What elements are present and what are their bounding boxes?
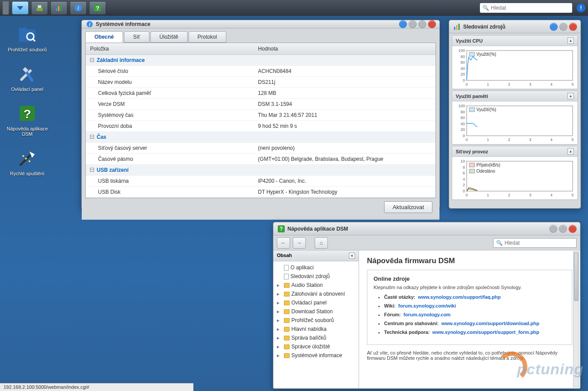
resource-monitor-button[interactable]	[51, 1, 67, 14]
collapse-icon[interactable]: «	[349, 253, 355, 259]
collapse-icon[interactable]: ▲	[567, 148, 574, 155]
help-link[interactable]: www.synology.com/support/download.php	[441, 321, 539, 326]
svg-rect-5	[60, 5, 62, 11]
group-row[interactable]: Čas	[86, 132, 436, 143]
help-link[interactable]: forum.synology.com	[403, 312, 450, 317]
window-system-info: i Systémové informace Obecné Síť Úložišt…	[81, 20, 440, 209]
toc-label: Zálohování a obnovení	[291, 291, 345, 297]
window-maximize-button[interactable]	[559, 225, 567, 233]
folder-icon	[284, 283, 290, 288]
nav-back-button[interactable]: ←	[277, 237, 290, 249]
svg-text:5: 5	[571, 193, 573, 197]
help-toolbar: ← → ⌂ 🔍	[273, 235, 580, 250]
svg-text:40: 40	[461, 66, 465, 71]
toc-item[interactable]: Download Station	[275, 307, 357, 316]
toc-item[interactable]: Správa balíčků	[275, 333, 357, 342]
svg-text:2: 2	[508, 82, 510, 87]
global-search[interactable]: 🔍	[480, 3, 572, 13]
svg-point-23	[29, 160, 30, 162]
svg-text:4: 4	[550, 82, 552, 87]
window-help-button[interactable]	[550, 23, 558, 31]
window-title: Systémové informace	[96, 21, 150, 27]
nav-home-button[interactable]: ⌂	[315, 237, 328, 249]
group-row[interactable]: Základní informace	[86, 55, 436, 66]
help-link[interactable]: forum.synology.com/wiki	[398, 303, 456, 308]
table-row: Systémový časThu Mar 3 21:46:57 2011	[86, 110, 436, 121]
scrollbar[interactable]	[573, 251, 579, 387]
window-dsm-help: ? Nápověda aplikace DSM ← → ⌂ 🔍 Obsah« O…	[273, 222, 581, 389]
svg-text:20: 20	[461, 72, 465, 76]
help-search-input[interactable]	[505, 240, 573, 246]
titlebar[interactable]: ? Nápověda aplikace DSM	[273, 222, 580, 235]
toc-item[interactable]: Ovládací panel	[275, 298, 357, 307]
table-row: Verze DSMDSM 3.1-1594	[86, 99, 436, 110]
group-row[interactable]: USB zařízení	[86, 165, 436, 176]
help-link-item: Technická podpora: www.synology.com/supp…	[384, 329, 566, 335]
titlebar[interactable]: i Systémové informace	[82, 20, 439, 29]
toc-item[interactable]: Sledování zdrojů	[275, 272, 357, 281]
window-minimize-button[interactable]	[559, 23, 567, 31]
panel-title: Využití paměti	[456, 94, 488, 99]
help-search[interactable]: 🔍	[493, 238, 577, 248]
svg-text:5: 5	[571, 138, 573, 142]
window-minimize-button[interactable]	[549, 225, 557, 233]
toc-label: Systémové informace	[291, 352, 342, 358]
tab-storage[interactable]: Úložiště	[150, 31, 188, 43]
svg-rect-2	[38, 5, 41, 8]
toc-item[interactable]: Hlavní nabídka	[275, 325, 357, 333]
svg-text:4: 4	[463, 177, 465, 181]
toc-item[interactable]: Audio Station	[275, 281, 357, 290]
titlebar[interactable]: Sledování zdrojů	[449, 20, 581, 33]
window-help-button[interactable]	[399, 20, 407, 28]
window-minimize-button[interactable]	[409, 20, 417, 28]
nav-forward-button[interactable]: →	[293, 237, 306, 249]
tab-network[interactable]: Síť	[124, 31, 149, 43]
taskbar-handle[interactable]	[3, 1, 9, 14]
scrollbar-thumb[interactable]	[574, 253, 578, 301]
chart-icon	[454, 23, 461, 30]
search-input[interactable]	[491, 5, 570, 11]
icon-label: Rychlé spuštění	[10, 171, 44, 176]
table-row: Sériové čísloACHCN08484	[86, 66, 436, 77]
desktop-icon-dsm-help[interactable]: ? Nápověda aplikace DSM	[5, 103, 49, 137]
help-toc: Obsah« O aplikaciSledování zdrojůAudio S…	[273, 250, 359, 388]
toc-item[interactable]: Systémové informace	[275, 351, 357, 360]
window-close-button[interactable]	[569, 225, 577, 233]
toc-item[interactable]: Správce úložiště	[275, 342, 357, 351]
svg-text:100: 100	[458, 104, 465, 108]
toc-item[interactable]: Prohlížeč souborů	[275, 316, 357, 325]
desktop-icon-file-browser[interactable]: Prohlížeč souborů	[5, 24, 49, 52]
desktop-icons: Prohlížeč souborů Ovládací panel ? Nápov…	[5, 24, 49, 188]
svg-text:1: 1	[487, 193, 489, 197]
window-maximize-button[interactable]	[418, 20, 426, 28]
window-close-button[interactable]	[428, 20, 436, 28]
svg-text:0: 0	[465, 138, 468, 142]
toc-item[interactable]: Zálohování a obnovení	[275, 290, 357, 298]
search-icon: 🔍	[496, 240, 503, 246]
collapse-icon[interactable]: ▲	[567, 93, 574, 99]
collapse-icon[interactable]: ▲	[567, 37, 574, 44]
desktop-icon-control-panel[interactable]: Ovládací panel	[5, 64, 49, 92]
tab-general[interactable]: Obecné	[85, 31, 123, 43]
svg-text:Přijato(kB/s): Přijato(kB/s)	[476, 163, 500, 167]
window-close-button[interactable]	[569, 23, 577, 31]
svg-text:8: 8	[463, 165, 465, 170]
notification-icon[interactable]: !	[577, 4, 585, 12]
help-button[interactable]: ?	[89, 1, 106, 14]
toc-item[interactable]: O aplikaci	[275, 263, 357, 272]
tab-log[interactable]: Protokol	[189, 31, 226, 43]
system-info-button[interactable]: i	[70, 1, 87, 14]
svg-rect-4	[58, 6, 59, 11]
help-link[interactable]: www.synology.com/support/faq.php	[418, 294, 501, 300]
package-center-button[interactable]	[31, 1, 48, 14]
status-bar: 192.168.2.100:5000/webman/index.cgi#	[0, 383, 193, 391]
svg-text:i: i	[78, 5, 79, 11]
desktop-icon-quick-start[interactable]: Rychlé spuštění	[5, 148, 49, 176]
table-row: Název modeluDS211j	[86, 77, 436, 88]
refresh-button[interactable]: Aktualizovat	[384, 201, 432, 213]
help-link[interactable]: www.synology.com/support/support_form.ph…	[432, 329, 539, 335]
main-menu-button[interactable]	[12, 1, 29, 14]
svg-rect-90	[469, 163, 475, 167]
svg-rect-27	[456, 25, 457, 30]
svg-text:5: 5	[571, 82, 573, 87]
